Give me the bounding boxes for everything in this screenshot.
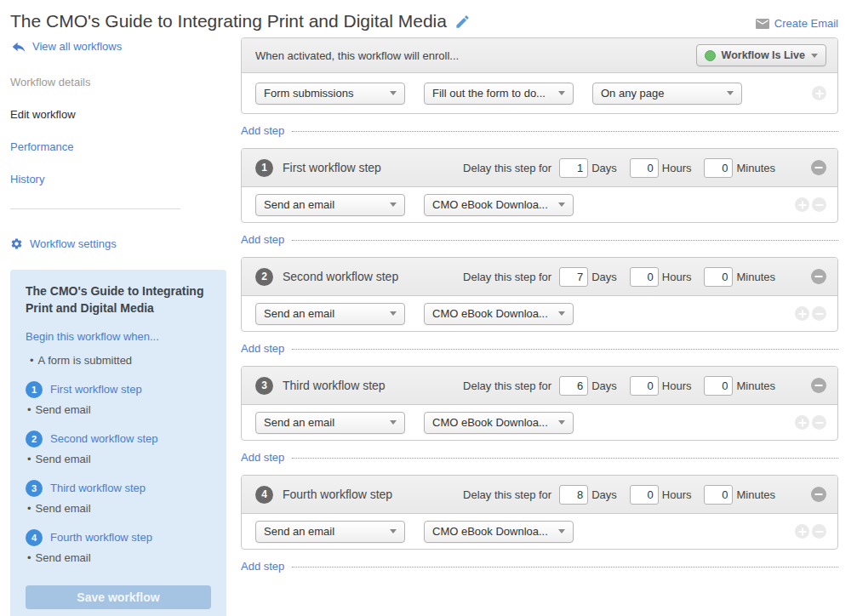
- add-step-link[interactable]: Add step: [241, 560, 284, 573]
- envelope-icon: [756, 19, 769, 29]
- summary-step-detail: •Send email: [27, 551, 211, 564]
- create-email-link[interactable]: Create Email: [756, 11, 838, 30]
- bullet-icon: •: [30, 354, 34, 367]
- add-step-row: Add step: [241, 233, 838, 246]
- step-email-select[interactable]: CMO eBook Downloa...: [424, 412, 574, 434]
- add-step-link[interactable]: Add step: [241, 451, 284, 464]
- workflow-step-3: 3 Third workflow step Delay this step fo…: [241, 366, 838, 441]
- add-step-link[interactable]: Add step: [241, 342, 284, 355]
- add-step-row: Add step: [241, 560, 838, 573]
- remove-action-icon[interactable]: [812, 197, 826, 212]
- delay-controls: Delay this step for Days Hours Minutes: [463, 158, 775, 178]
- view-all-workflows-link[interactable]: View all workflows: [12, 40, 226, 53]
- step-email-select[interactable]: CMO eBook Downloa...: [424, 303, 574, 325]
- bullet-icon: •: [27, 551, 31, 564]
- workflow-step-2: 2 Second workflow step Delay this step f…: [241, 257, 838, 332]
- add-step-link[interactable]: Add step: [241, 233, 284, 246]
- back-link-label: View all workflows: [32, 40, 122, 53]
- add-action-icon[interactable]: [795, 524, 809, 539]
- step-header: 4 Fourth workflow step Delay this step f…: [242, 476, 837, 514]
- delay-days-input[interactable]: [559, 376, 588, 396]
- create-email-label: Create Email: [774, 17, 838, 30]
- delay-label: Delay this step for: [463, 162, 551, 174]
- dotted-divider: [292, 458, 838, 459]
- step-body: Send an email CMO eBook Downloa...: [242, 187, 837, 222]
- step-number-badge: 3: [255, 377, 273, 395]
- step-action-select[interactable]: Send an email: [255, 194, 405, 216]
- delay-hours-input[interactable]: [630, 267, 659, 287]
- add-action-icon[interactable]: [795, 197, 809, 212]
- enrollment-page-select[interactable]: On any page: [592, 83, 742, 105]
- summary-step-label: Second workflow step: [50, 432, 157, 445]
- chevron-down-icon: [558, 420, 565, 425]
- step-title: Second workflow step: [283, 270, 398, 283]
- chevron-down-icon: [390, 91, 397, 95]
- sidebar-item-history[interactable]: History: [10, 173, 226, 185]
- remove-step-icon[interactable]: [811, 269, 826, 284]
- gear-icon: [10, 237, 23, 250]
- step-header: 2 Second workflow step Delay this step f…: [242, 258, 837, 296]
- remove-step-icon[interactable]: [811, 378, 826, 393]
- step-number-badge: 4: [26, 529, 43, 546]
- step-email-select[interactable]: CMO eBook Downloa...: [424, 521, 574, 543]
- days-label: Days: [591, 379, 617, 392]
- dotted-divider: [292, 131, 838, 132]
- delay-hours-input[interactable]: [630, 158, 659, 178]
- remove-step-icon[interactable]: [811, 160, 826, 175]
- delay-days-input[interactable]: [559, 158, 588, 178]
- enrollment-type-select[interactable]: Form submissions: [255, 83, 405, 105]
- step-title: First workflow step: [283, 161, 381, 174]
- remove-step-icon[interactable]: [811, 487, 826, 502]
- chevron-down-icon: [390, 202, 397, 207]
- enrollment-body: Form submissions Fill out the form to do…: [242, 73, 837, 113]
- remove-action-icon[interactable]: [812, 306, 826, 321]
- summary-step-2[interactable]: 2 Second workflow step: [26, 431, 211, 448]
- workflow-step-4: 4 Fourth workflow step Delay this step f…: [241, 475, 838, 550]
- delay-label: Delay this step for: [463, 488, 551, 501]
- delay-hours-input[interactable]: [630, 376, 659, 396]
- delay-minutes-input[interactable]: [704, 485, 733, 505]
- delay-minutes-input[interactable]: [704, 158, 733, 178]
- summary-step-3[interactable]: 3 Third workflow step: [26, 480, 211, 497]
- summary-step-1[interactable]: 1 First workflow step: [26, 381, 211, 398]
- step-action-select[interactable]: Send an email: [255, 412, 405, 434]
- workflow-settings-link[interactable]: Workflow settings: [10, 237, 226, 250]
- hours-label: Hours: [662, 488, 692, 501]
- delay-hours-input[interactable]: [630, 485, 659, 505]
- chevron-down-icon: [558, 529, 565, 533]
- add-step-row: Add step: [241, 124, 838, 137]
- dotted-divider: [292, 240, 838, 241]
- step-number-badge: 1: [26, 381, 43, 398]
- add-step-link[interactable]: Add step: [241, 124, 284, 137]
- add-criteria-icon[interactable]: [812, 86, 826, 100]
- workflow-status-button[interactable]: Workflow Is Live: [696, 44, 826, 66]
- summary-step-4[interactable]: 4 Fourth workflow step: [26, 529, 211, 546]
- sidebar-item-edit-workflow[interactable]: Edit workflow: [10, 108, 226, 121]
- enrollment-form-select[interactable]: Fill out the form to do...: [424, 83, 574, 105]
- step-action-select[interactable]: Send an email: [255, 521, 405, 543]
- remove-action-icon[interactable]: [812, 524, 826, 539]
- save-workflow-button[interactable]: Save workflow: [26, 585, 211, 609]
- begin-workflow-link[interactable]: Begin this workflow when...: [26, 330, 211, 343]
- status-label: Workflow Is Live: [722, 49, 805, 61]
- remove-action-icon[interactable]: [812, 415, 826, 430]
- step-email-select[interactable]: CMO eBook Downloa...: [424, 194, 574, 216]
- delay-minutes-input[interactable]: [704, 267, 733, 287]
- step-number-badge: 2: [26, 431, 43, 448]
- pencil-icon[interactable]: [454, 14, 471, 30]
- add-action-icon[interactable]: [795, 306, 809, 321]
- step-action-select[interactable]: Send an email: [255, 303, 405, 325]
- delay-minutes-input[interactable]: [704, 376, 733, 396]
- chevron-down-icon: [558, 202, 565, 207]
- workflow-step-1: 1 First workflow step Delay this step fo…: [241, 148, 838, 223]
- bullet-icon: •: [27, 502, 31, 515]
- delay-days-input[interactable]: [559, 267, 588, 287]
- bullet-icon: •: [27, 403, 31, 416]
- sidebar-item-performance[interactable]: Performance: [10, 140, 226, 153]
- summary-title: The CMO's Guide to Integrating Print and…: [26, 283, 211, 317]
- delay-days-input[interactable]: [559, 485, 588, 505]
- add-action-icon[interactable]: [795, 415, 809, 430]
- step-title: Third workflow step: [283, 379, 386, 392]
- enrollment-header-label: When activated, this workflow will enrol…: [255, 49, 459, 62]
- step-number-badge: 3: [26, 480, 43, 497]
